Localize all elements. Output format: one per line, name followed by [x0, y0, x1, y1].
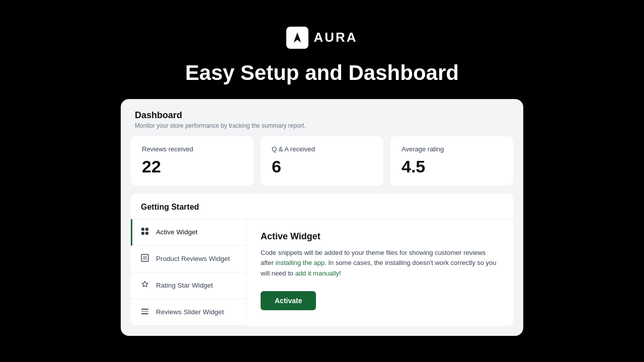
slider-icon — [140, 307, 150, 317]
sidebar-label-reviews-slider: Reviews Slider Widget — [156, 308, 224, 316]
stat-label-reviews: Reviews received — [142, 145, 243, 153]
grid-icon — [140, 227, 150, 237]
dashboard-title: Dashboard — [135, 110, 509, 121]
dashboard-card: Dashboard Monitor your store performance… — [121, 99, 523, 336]
stat-value-qa: 6 — [272, 157, 372, 176]
sidebar-label-active-widget: Active Widget — [156, 228, 198, 236]
sidebar-item-reviews-slider[interactable]: Reviews Slider Widget — [131, 299, 246, 326]
stat-value-reviews: 22 — [142, 157, 243, 176]
sidebar-list: Active Widget Product Reviews Widget — [131, 219, 247, 326]
logo-icon — [291, 31, 304, 44]
sidebar-label-product-reviews: Product Reviews Widget — [156, 255, 230, 262]
active-widget-title: Active Widget — [261, 231, 499, 242]
stat-value-rating: 4.5 — [401, 157, 502, 176]
svg-rect-2 — [141, 232, 144, 235]
svg-rect-8 — [141, 313, 148, 314]
stat-card-reviews: Reviews received 22 — [131, 136, 254, 186]
getting-started-section: Getting Started Active Widget — [131, 194, 513, 326]
svg-rect-0 — [141, 228, 144, 231]
dashboard-header: Dashboard Monitor your store performance… — [121, 99, 523, 136]
getting-started-body: Active Widget Product Reviews Widget — [131, 219, 513, 326]
logo-box — [286, 27, 308, 49]
description-text-3: ! — [339, 269, 341, 277]
stat-label-rating: Average rating — [401, 145, 502, 153]
stat-card-qa: Q & A received 6 — [261, 136, 383, 186]
active-widget-description: Code snippets will be added to your them… — [261, 248, 499, 279]
svg-rect-7 — [141, 311, 148, 312]
svg-rect-3 — [145, 232, 148, 235]
description-link-2[interactable]: add it manually — [295, 269, 339, 277]
stats-row: Reviews received 22 Q & A received 6 Ave… — [121, 136, 523, 194]
stat-label-qa: Q & A received — [272, 145, 372, 153]
svg-rect-5 — [143, 256, 147, 260]
app-header: AURA — [286, 27, 357, 49]
page-title: Easy Setup and Dashboard — [185, 61, 459, 85]
activate-button[interactable]: Activate — [261, 291, 316, 310]
getting-started-title: Getting Started — [131, 194, 513, 219]
description-link-1[interactable]: installing the app — [276, 259, 325, 266]
sidebar-item-product-reviews[interactable]: Product Reviews Widget — [131, 246, 246, 273]
content-area: Active Widget Code snippets will be adde… — [247, 219, 513, 326]
box-icon — [140, 254, 150, 264]
sidebar-item-rating-star[interactable]: Rating Star Widget — [131, 273, 246, 299]
brand-name: AURA — [313, 30, 357, 45]
star-icon — [140, 281, 150, 291]
svg-rect-6 — [141, 309, 148, 310]
sidebar-item-active-widget[interactable]: Active Widget — [131, 219, 246, 246]
dashboard-subtitle: Monitor your store performance by tracki… — [135, 122, 509, 129]
stat-card-rating: Average rating 4.5 — [390, 136, 513, 186]
svg-rect-1 — [145, 228, 148, 231]
sidebar-label-rating-star: Rating Star Widget — [156, 282, 213, 289]
